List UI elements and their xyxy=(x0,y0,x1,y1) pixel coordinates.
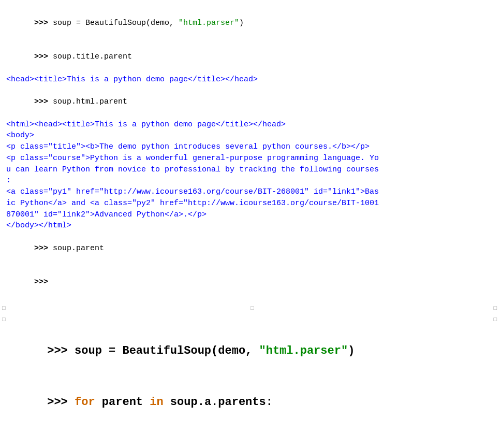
big-line-1: >>> soup = BeautifulSoup(demo, "html.par… xyxy=(6,325,495,377)
output-1: <head><title>This is a python demo page<… xyxy=(6,74,495,85)
big-code-2b: soup.a.parents: xyxy=(164,396,273,409)
kw-for: for xyxy=(75,396,95,409)
line-5: >>> xyxy=(6,265,495,299)
output-4: <p class="title"><b>The demo python intr… xyxy=(6,141,495,153)
code-1b: ) xyxy=(239,19,244,27)
code-1: soup = BeautifulSoup(demo, xyxy=(53,19,179,27)
output-3: <body> xyxy=(6,130,495,141)
output-10: 870001" id="link2">Advanced Python</a>.<… xyxy=(6,209,495,221)
top-section: >>> soup = BeautifulSoup(demo, "html.par… xyxy=(2,4,499,304)
corner-mark-3: □ xyxy=(2,305,6,313)
big-code-1: soup = BeautifulSoup(demo, xyxy=(75,344,259,357)
corner-mark-5: □ xyxy=(2,316,6,324)
prompt-1: >>> xyxy=(34,19,53,27)
output-2: <html><head><title>This is a python demo… xyxy=(6,119,495,131)
code-3: soup.html.parent xyxy=(53,97,127,106)
kw-in: in xyxy=(150,396,163,409)
output-8: <a class="py1" href="http://www.icourse1… xyxy=(6,186,495,198)
big-line-3: if parent is None: xyxy=(6,428,495,449)
bottom-section: >>> soup = BeautifulSoup(demo, "html.par… xyxy=(2,321,499,449)
big-prompt-1: >>> xyxy=(47,344,75,357)
line-3: >>> soup.html.parent xyxy=(6,85,495,119)
code-4: soup.parent xyxy=(53,244,104,253)
prompt-3: >>> xyxy=(34,97,53,106)
line-1: >>> soup = BeautifulSoup(demo, "html.par… xyxy=(6,6,495,40)
output-11: </body></html> xyxy=(6,220,495,232)
big-string-1: "html.parser" xyxy=(259,344,348,357)
output-6: u can learn Python from novice to profes… xyxy=(6,164,495,176)
corner-mark-2: □ xyxy=(493,305,497,313)
big-code-2a: parent xyxy=(95,396,150,409)
divider: □ □ □ xyxy=(2,304,499,314)
prompt-5: >>> xyxy=(34,278,53,286)
code-2: soup.title.parent xyxy=(53,52,132,61)
corner-mark-4: □ xyxy=(493,316,497,324)
big-line-2: >>> for parent in soup.a.parents: xyxy=(6,377,495,428)
terminal-window: >>> soup = BeautifulSoup(demo, "html.par… xyxy=(0,0,501,448)
output-7: : xyxy=(6,175,495,186)
corner-mark-1: □ xyxy=(250,305,254,313)
prompt-4: >>> xyxy=(34,244,53,253)
big-prompt-2: >>> xyxy=(47,396,75,409)
output-9: ic Python</a> and <a class="py2" href="h… xyxy=(6,198,495,209)
big-code-1b: ) xyxy=(348,344,355,357)
string-1: "html.parser" xyxy=(179,19,239,27)
prompt-2: >>> xyxy=(34,52,53,61)
line-4: >>> soup.parent xyxy=(6,232,495,265)
output-5: <p class="course">Python is a wonderful … xyxy=(6,153,495,164)
line-2: >>> soup.title.parent xyxy=(6,40,495,74)
